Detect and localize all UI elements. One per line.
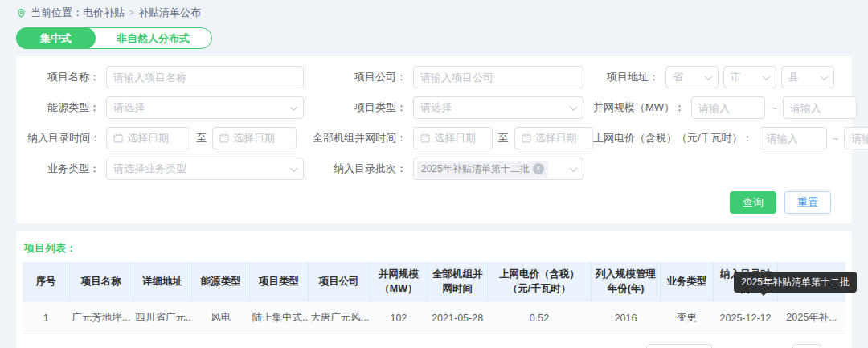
col-header-business-type: 业务类型 [661,262,714,302]
project-address-field: 项目地址： 省 市 县 [593,66,837,88]
province-select-value: 省 [673,70,683,84]
col-header-energy-type: 能源类型 [192,262,250,302]
grid-price-label: 上网电价（含税）（元/千瓦时）： [593,131,760,145]
grid-time-from-value: 选择日期 [434,131,476,145]
col-header-scale-year: 列入规模管理年份(年) [592,262,661,302]
chevron-down-icon [570,103,578,111]
cell-project-name: 广元芳地坪... [69,302,133,334]
project-list-title: 项目列表： [24,241,845,256]
grid-price-to-input[interactable] [851,133,868,145]
page-size-select[interactable]: 50条/页 [646,344,711,348]
cell-company: 大唐广元风... [308,302,370,334]
breadcrumb: 当前位置：电价补贴 > 补贴清单公布 [16,5,852,21]
calendar-icon [522,133,531,143]
grid-scale-to-input[interactable] [790,102,850,114]
col-header-price: 上网电价（含税）（元/千瓦时） [488,262,592,302]
business-type-label: 业务类型： [27,162,106,176]
filter-row-4: 业务类型： 请选择业务类型 纳入目录批次： 2025年补贴清单第十二批× [27,158,837,180]
range-separator: ~ [833,133,839,145]
grid-scale-from-input[interactable] [698,102,758,114]
grid-scale-label: 并网规模（MW）： [593,100,691,115]
cell-scale-year: 2016 [592,302,661,334]
project-company-input[interactable] [420,72,576,84]
project-list-panel: 项目列表： 序号 项目名称 详细地址 能源类型 项目类型 项目公司 [16,231,852,348]
calendar-icon [420,133,430,143]
all-units-grid-time-field: 全部机组并网时间： 选择日期 至 选择日期 [310,127,593,149]
project-name-input[interactable] [113,72,297,84]
tab-non-natural-distributed[interactable]: 非自然人分布式 [95,28,211,48]
catalog-batch-tag: 2025年补贴清单第十二批× [417,161,548,178]
cell-catalog-time: 2025-12-12 [713,302,778,334]
batch-tooltip: 2025年补贴清单第十二批 [734,272,857,293]
all-units-grid-time-label: 全部机组并网时间： [310,131,413,145]
grid-time-to-value: 选择日期 [535,131,577,145]
business-type-value: 请选择业务类型 [113,162,186,176]
tab-centralized[interactable]: 集中式 [16,27,96,49]
col-header-grid-scale: 并网规模（MW） [370,262,428,302]
table-row[interactable]: 1 广元芳地坪... 四川省广元... 风电 陆上集中式... 大唐广元风...… [23,302,845,334]
city-select[interactable]: 市 [723,66,776,88]
goto-page-input[interactable] [792,344,821,348]
col-header-company: 项目公司 [308,262,370,302]
catalog-time-from-picker[interactable]: 选择日期 [106,127,190,149]
grid-time-to-picker[interactable]: 选择日期 [514,127,594,149]
chevron-down-icon [570,164,578,172]
cell-address: 四川省广元... [133,302,192,334]
catalog-batch-tag-label: 2025年补贴清单第十二批 [421,162,530,176]
grid-price-from-input[interactable] [767,133,820,145]
chevron-down-icon [705,72,713,80]
filter-row-1: 项目名称： 项目公司： 项目地址： 省 市 县 [27,66,837,88]
calendar-icon [113,133,123,143]
form-actions: 查询 重置 [27,191,837,214]
search-button[interactable]: 查询 [730,191,776,214]
date-range-separator: 至 [498,131,509,145]
page: 当前位置：电价补贴 > 补贴清单公布 集中式 非自然人分布式 项目名称： 项目公… [0,0,868,348]
project-address-label: 项目地址： [607,70,665,84]
reset-button[interactable]: 重置 [784,191,831,214]
catalog-time-to-picker[interactable]: 选择日期 [212,127,297,149]
catalog-batch-select[interactable]: 2025年补贴清单第十二批× [413,158,583,180]
energy-type-select[interactable]: 请选择 [106,96,304,119]
province-select[interactable]: 省 [665,66,719,88]
col-header-grid-time: 全部机组并网时间 [428,262,488,302]
chevron-down-icon [290,103,298,111]
project-company-field: 项目公司： [310,66,593,88]
catalog-batch-field: 纳入目录批次： 2025年补贴清单第十二批× [310,158,593,180]
project-type-label: 项目类型： [310,100,413,115]
chevron-down-icon [821,72,829,80]
project-company-label: 项目公司： [310,70,413,84]
energy-type-field: 能源类型： 请选择 [27,96,310,119]
chevron-down-icon [763,72,771,80]
project-type-field: 项目类型： 请选择 [310,96,593,119]
project-type-value: 请选择 [420,100,452,115]
energy-type-label: 能源类型： [27,100,106,115]
cell-catalog-batch: 2025年补... [778,302,845,334]
tab-switcher: 集中式 非自然人分布式 [16,27,212,49]
col-header-address: 详细地址 [133,262,192,302]
project-name-input-wrap [106,66,304,88]
cell-grid-time: 2021-05-28 [428,302,488,334]
cell-project-type: 陆上集中式... [250,302,309,334]
col-header-project-name: 项目名称 [69,262,133,302]
business-type-select[interactable]: 请选择业务类型 [106,158,304,180]
breadcrumb-section[interactable]: 电价补贴 [83,6,125,20]
grid-time-from-picker[interactable]: 选择日期 [413,127,493,149]
breadcrumb-prefix: 当前位置： [31,6,83,20]
breadcrumb-separator: > [129,7,134,18]
range-separator: ~ [771,102,777,114]
cell-price: 0.52 [488,302,592,334]
cell-energy-type: 风电 [192,302,250,334]
project-type-select[interactable]: 请选择 [413,96,583,119]
pagination: 共 1 条 50条/页 ‹ 1 › 前往 页 [23,344,845,348]
chevron-down-icon [290,164,298,172]
county-select-value: 县 [788,70,799,84]
grid-price-field: 上网电价（含税）（元/千瓦时）： ~ [593,127,868,149]
filter-row-3: 纳入目录时间： 选择日期 至 选择日期 全部机组并网时间： 选择日期 至 选择日… [27,127,837,149]
filter-row-2: 能源类型： 请选择 项目类型： 请选择 并网规模（MW）： ~ [27,96,837,119]
grid-scale-to-wrap [783,96,857,119]
catalog-batch-label: 纳入目录批次： [310,162,413,176]
catalog-time-from-value: 选择日期 [127,131,169,145]
county-select[interactable]: 县 [781,66,834,88]
project-table: 序号 项目名称 详细地址 能源类型 项目类型 项目公司 并网规模（MW） 全部机… [23,262,845,334]
tag-close-icon[interactable]: × [533,163,544,174]
